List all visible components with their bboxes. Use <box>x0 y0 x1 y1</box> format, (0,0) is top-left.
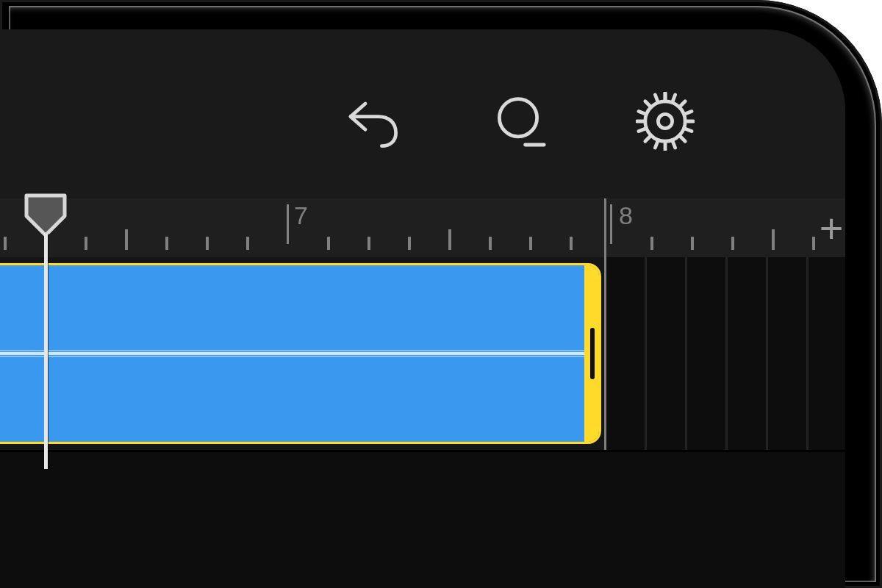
ruler-tick <box>4 237 7 250</box>
track-gridline <box>645 257 647 450</box>
track-area <box>0 257 845 588</box>
ruler-tick <box>165 237 168 250</box>
ruler-tick-bar <box>610 204 612 244</box>
ruler-tick <box>570 237 573 250</box>
ruler-tick <box>691 237 694 250</box>
svg-point-1 <box>658 114 672 128</box>
undo-button[interactable] <box>338 88 404 154</box>
timeline-ruler[interactable]: 78 <box>0 198 845 257</box>
toolbar-icons <box>0 88 845 154</box>
ruler-bar-label: 8 <box>619 201 633 230</box>
track-gridline <box>806 257 808 450</box>
ruler-bar-label: 7 <box>294 201 308 230</box>
ruler-tick <box>206 237 209 250</box>
ruler-tick <box>529 237 532 250</box>
undo-icon <box>342 92 401 151</box>
app-screen: 78 + <box>0 29 845 588</box>
loop-icon <box>489 92 548 151</box>
gear-icon <box>636 92 695 151</box>
ruler-tick-bar <box>287 204 289 244</box>
loop-button[interactable] <box>485 88 551 154</box>
svg-point-0 <box>499 99 537 137</box>
track-gridline <box>685 257 687 450</box>
ruler-tick <box>772 229 775 250</box>
toolbar <box>0 29 845 198</box>
add-section-button[interactable]: + <box>813 210 845 254</box>
track-gridline <box>766 257 768 450</box>
ruler-tick <box>489 237 492 250</box>
clip-body <box>0 265 584 442</box>
stage: 78 + <box>0 0 882 588</box>
device-bezel: 78 + <box>0 0 882 588</box>
ruler-tick <box>246 237 249 250</box>
audio-track-lane[interactable] <box>0 257 845 450</box>
track-gridline <box>725 257 728 450</box>
ruler-tick <box>85 237 87 250</box>
waveform <box>0 352 584 355</box>
settings-button[interactable] <box>632 88 698 154</box>
beyond-section-dimmer <box>604 257 845 450</box>
ruler-tick <box>408 237 411 250</box>
audio-clip[interactable] <box>0 263 601 444</box>
ruler-tick <box>125 229 128 250</box>
ruler-tick <box>327 237 330 250</box>
ruler-tick <box>368 237 370 250</box>
ruler-tick <box>731 237 734 250</box>
ruler-tick <box>448 229 451 250</box>
clip-drag-grip-icon <box>590 328 595 379</box>
ruler-tick <box>44 237 47 250</box>
ruler-tick <box>650 237 653 250</box>
empty-track-area <box>0 452 845 588</box>
